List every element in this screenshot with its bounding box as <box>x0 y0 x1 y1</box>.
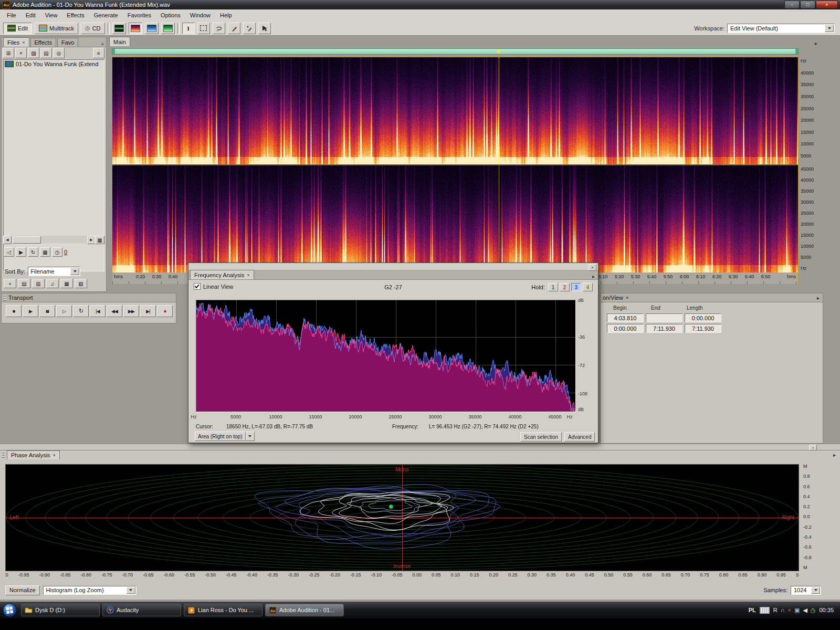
lasso-selection-tool-button[interactable] <box>213 23 225 34</box>
insert-into-multitrack-button[interactable]: ▤ <box>40 48 52 58</box>
scrub-tool-button[interactable] <box>258 23 271 34</box>
playhead-marker-icon[interactable] <box>496 50 501 54</box>
tab-phase-analysis-close-icon[interactable]: × <box>53 453 56 458</box>
clock[interactable]: 00:35 <box>819 607 834 613</box>
view-begin-field[interactable]: 0:00.000 <box>607 324 644 333</box>
tray-r-icon[interactable]: R <box>773 607 778 613</box>
menu-view[interactable]: View <box>40 9 62 21</box>
edit-file-button[interactable]: ▨ <box>28 48 39 58</box>
marquee-selection-tool-button[interactable] <box>197 23 210 34</box>
view-length-field[interactable]: 7:11.930 <box>685 324 721 333</box>
menu-help[interactable]: Help <box>215 9 237 21</box>
pause-button[interactable]: ▮▮ <box>39 305 55 317</box>
play-looped-button[interactable]: ↻ <box>73 305 89 317</box>
maximize-button[interactable]: □ <box>800 1 815 9</box>
edit-view-button[interactable]: Edit <box>3 23 32 34</box>
normalize-button[interactable]: Normalize <box>5 585 40 595</box>
menu-edit[interactable]: Edit <box>21 9 40 21</box>
time-selection-tool-button[interactable]: I <box>182 23 195 34</box>
cd-view-button[interactable]: ◎ CD <box>81 23 105 34</box>
spectrogram-right-channel[interactable] <box>112 165 798 272</box>
files-filter-toggle[interactable]: ▦ <box>60 279 73 288</box>
hold-3-button[interactable]: 3 <box>571 283 581 291</box>
display-mode-dropdown[interactable]: Histogram (Log Zoom) <box>43 586 136 595</box>
tab-overflow-icon[interactable]: » <box>101 41 104 47</box>
taskbar-item-audition[interactable]: Au Adobe Audition - 01... <box>265 604 344 616</box>
list-resize-icon[interactable]: ▦ <box>95 236 104 244</box>
files-filter-toggle[interactable]: ▥ <box>32 279 45 288</box>
frequency-plot-canvas[interactable] <box>196 300 575 412</box>
effects-paintbrush-tool-button[interactable] <box>228 23 240 34</box>
tab-favorites[interactable]: Favo <box>57 38 78 47</box>
tab-phase-analysis[interactable]: Phase Analysis × <box>7 450 60 459</box>
area-dropdown-label[interactable]: Area (Right on top) <box>195 432 246 441</box>
time-display-button[interactable]: ◷ <box>52 247 62 257</box>
preview-volume-value[interactable]: 0 <box>64 249 67 255</box>
import-file-button[interactable]: ⊞ <box>3 48 14 58</box>
panel-grip-icon[interactable] <box>2 452 5 458</box>
taskbar-item-explorer[interactable]: Dysk D (D:) <box>21 604 100 616</box>
spectral-display[interactable]: hms 0:200:300:40 5:105:205:305:405:506:0… <box>112 57 799 285</box>
go-to-end-button[interactable]: ▶| <box>140 305 156 317</box>
spectral-phase-display-button[interactable] <box>161 23 175 34</box>
hold-2-button[interactable]: 2 <box>560 283 570 291</box>
hold-4-button[interactable]: 4 <box>583 283 593 291</box>
panel-grip-icon[interactable] <box>4 295 6 301</box>
play-button[interactable]: ▶ <box>23 305 38 317</box>
window-close-icon[interactable]: × <box>589 264 596 271</box>
files-filter-toggle[interactable]: ♫ <box>46 279 59 288</box>
selection-end-field[interactable] <box>646 313 682 322</box>
tab-main[interactable]: Main <box>109 37 130 46</box>
file-list-item[interactable]: 01-Do You Wanna Funk (Extend <box>4 60 104 68</box>
language-indicator[interactable]: PL <box>749 607 756 613</box>
spectral-frequency-display-button[interactable] <box>129 23 142 34</box>
record-button[interactable]: ● <box>157 305 173 317</box>
tab-effects[interactable]: Effects <box>30 38 56 47</box>
files-filter-toggle[interactable]: ▪ <box>4 279 16 288</box>
sort-by-caret[interactable] <box>70 268 79 275</box>
rewind-button[interactable]: ◀◀ <box>107 305 122 317</box>
playhead[interactable] <box>499 57 500 272</box>
tab-frequency-analysis-close-icon[interactable]: × <box>247 272 249 278</box>
panel-menu-icon[interactable]: ▸ <box>833 452 836 458</box>
scroll-thumb[interactable] <box>13 236 41 244</box>
area-dropdown-caret[interactable] <box>246 432 255 441</box>
workspace-dropdown-caret[interactable] <box>825 25 834 32</box>
advanced-button[interactable]: Advanced <box>564 432 595 442</box>
workspace-dropdown[interactable]: Edit View (Default) <box>727 24 835 33</box>
tray-headphones-icon[interactable]: ∩ <box>781 607 785 613</box>
dock-toggle-icon[interactable]: ▪ <box>809 445 817 450</box>
file-options-button[interactable]: ≡ <box>93 48 104 58</box>
spot-healing-brush-tool-button[interactable] <box>243 23 256 34</box>
tab-files-close-icon[interactable]: × <box>22 40 25 45</box>
dock-divider[interactable]: ▪ <box>0 444 840 450</box>
sort-by-dropdown[interactable]: Filename <box>28 267 80 276</box>
selection-view-tab[interactable]: on/View <box>603 295 623 301</box>
samples-dropdown[interactable]: 1024 <box>791 586 821 595</box>
tray-chat-icon[interactable]: ▣ <box>794 607 800 613</box>
menu-favorites[interactable]: Favorites <box>123 9 156 21</box>
menu-generate[interactable]: Generate <box>89 9 123 21</box>
close-button[interactable]: × <box>816 1 838 9</box>
tab-files[interactable]: Files × <box>3 37 29 47</box>
spectrogram-left-channel[interactable] <box>112 57 798 164</box>
start-button[interactable] <box>3 603 17 617</box>
tray-error-icon[interactable]: × <box>788 607 791 613</box>
stop-button[interactable]: ■ <box>6 305 22 317</box>
menu-options[interactable]: Options <box>156 9 185 21</box>
tray-clock-icon[interactable]: ◷ <box>811 607 816 613</box>
tray-volume-icon[interactable]: ◀ <box>803 607 807 613</box>
view-end-field[interactable]: 7:11.930 <box>646 324 682 333</box>
selection-view-close-icon[interactable]: × <box>626 295 628 300</box>
file-list-hscrollbar[interactable]: ◀ ▶ <box>3 236 96 243</box>
menu-effects[interactable]: Effects <box>62 9 89 21</box>
menu-file[interactable]: File <box>2 9 21 21</box>
loop-play-button[interactable]: ↻ <box>28 247 38 257</box>
files-filter-toggle[interactable]: ▧ <box>75 279 87 288</box>
spectral-pan-display-button[interactable] <box>145 23 159 34</box>
multitrack-view-button[interactable]: Multitrack <box>35 23 78 34</box>
close-file-button[interactable]: × <box>15 48 27 58</box>
view-range-bar[interactable] <box>112 48 799 55</box>
language-keyboard-icon[interactable] <box>760 607 770 614</box>
selection-begin-field[interactable]: 4:03.810 <box>607 313 644 322</box>
